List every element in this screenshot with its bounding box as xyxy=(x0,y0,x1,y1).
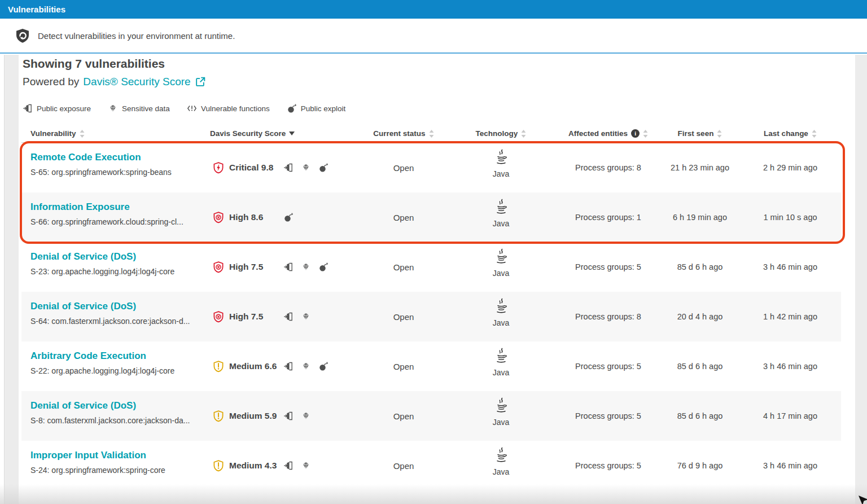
vulnerability-cell: Denial of Service (DoS) S-8: com.fasterx… xyxy=(21,391,208,441)
current-status-cell: Open xyxy=(361,143,446,192)
table-row[interactable]: Information Exposure S-66: org.springfra… xyxy=(21,192,841,242)
davis-security-score-cell: High 8.6 xyxy=(208,192,361,242)
code-icon xyxy=(187,103,197,113)
column-header-affected-entities[interactable]: Affected entities i xyxy=(556,129,660,138)
bomb-icon xyxy=(318,262,329,272)
sort-desc-icon xyxy=(289,132,295,135)
technology-cell: Java xyxy=(446,242,556,292)
legend-label: Vulnerable functions xyxy=(201,104,270,113)
column-header-last-change[interactable]: Last change xyxy=(739,129,841,138)
lightning-glyph xyxy=(217,164,220,171)
table-row[interactable]: Denial of Service (DoS) S-23: org.apache… xyxy=(21,242,841,292)
sort-icon xyxy=(643,130,648,138)
page-title: Vulnerabilities xyxy=(8,5,65,14)
last-change-cell: 3 h 46 min ago xyxy=(739,242,841,292)
vulnerability-component: S-64: com.fasterxml.jackson.core:jackson… xyxy=(30,317,208,326)
vulnerability-title-link[interactable]: Information Exposure xyxy=(30,201,208,213)
technology-cell: Java xyxy=(446,192,556,242)
column-header-davis-security-score[interactable]: Davis Security Score xyxy=(208,129,361,138)
risk-flag-icons xyxy=(283,461,311,471)
legend-label: Public exposure xyxy=(37,104,91,113)
exclamation-glyph xyxy=(218,413,219,419)
exclamation-glyph xyxy=(218,363,219,370)
java-icon xyxy=(493,397,510,417)
external-link-icon xyxy=(195,76,206,87)
vulnerability-title-link[interactable]: Denial of Service (DoS) xyxy=(30,301,208,312)
legend: Public exposure Sensitive data Vulnerabl… xyxy=(23,103,841,113)
column-header-technology[interactable]: Technology xyxy=(446,129,556,138)
table-row[interactable]: Arbitrary Code Execution S-22: org.apach… xyxy=(21,341,841,391)
vulnerability-component: S-65: org.springframework:spring-beans xyxy=(30,168,208,177)
technology-label: Java xyxy=(493,219,510,228)
door-icon xyxy=(283,163,294,173)
vulnerability-title-link[interactable]: Remote Code Execution xyxy=(30,152,208,163)
affected-entities-cell: Process groups: 5 xyxy=(556,341,660,391)
sort-icon xyxy=(717,130,722,138)
vulnerability-cell: Denial of Service (DoS) S-64: com.faster… xyxy=(21,292,208,341)
sort-icon xyxy=(80,130,85,138)
column-header-vulnerability[interactable]: Vulnerability xyxy=(21,129,208,138)
risk-flag-icons xyxy=(283,361,329,371)
severity-score-label: Critical 9.8 xyxy=(229,163,283,173)
right-gutter[interactable] xyxy=(855,55,867,504)
technology-cell: Java xyxy=(446,391,556,441)
sort-icon xyxy=(521,130,526,138)
bomb-icon xyxy=(318,163,329,173)
first-seen-cell: 6 h 19 min ago xyxy=(660,192,739,242)
table-row[interactable]: Denial of Service (DoS) S-8: com.fasterx… xyxy=(21,391,841,441)
technology-cell: Java xyxy=(446,143,556,192)
gem-icon xyxy=(301,312,311,322)
first-seen-cell: 85 d 6 h ago xyxy=(660,391,739,441)
last-change-cell: 3 h 46 min ago xyxy=(739,441,841,490)
powered-by-line: Powered by Davis® Security Score xyxy=(23,76,841,88)
technology-cell: Java xyxy=(446,292,556,341)
door-icon xyxy=(283,411,294,421)
vulnerability-title-link[interactable]: Denial of Service (DoS) xyxy=(30,251,208,262)
risk-flag-icons xyxy=(283,312,311,322)
severity-score-label: High 7.5 xyxy=(229,312,283,322)
first-seen-cell: 20 d 4 h ago xyxy=(660,292,739,341)
table-row[interactable]: Remote Code Execution S-65: org.springfr… xyxy=(21,143,841,192)
current-status-cell: Open xyxy=(361,292,446,341)
gem-icon xyxy=(301,411,311,421)
severity-shield-icon xyxy=(212,261,225,273)
java-icon xyxy=(493,199,510,218)
first-seen-cell: 76 d 9 h ago xyxy=(660,441,739,490)
legend-public-exposure: Public exposure xyxy=(23,103,91,113)
davis-security-score-cell: Medium 4.3 xyxy=(208,441,361,490)
column-header-first-seen[interactable]: First seen xyxy=(660,129,739,138)
davis-security-score-cell: Medium 5.9 xyxy=(208,391,361,441)
affected-entities-cell: Process groups: 1 xyxy=(556,192,660,242)
info-icon[interactable]: i xyxy=(631,129,640,138)
circle-x-glyph xyxy=(216,265,221,269)
java-icon xyxy=(493,447,510,466)
legend-label: Public exploit xyxy=(301,104,346,113)
java-icon xyxy=(493,149,510,168)
severity-shield-icon xyxy=(212,161,225,174)
davis-security-score-link[interactable]: Davis® Security Score xyxy=(83,76,205,88)
risk-flag-icons xyxy=(283,163,329,173)
vulnerability-title-link[interactable]: Improper Input Validation xyxy=(30,450,208,461)
door-icon xyxy=(283,262,294,272)
davis-security-score-label: Davis® Security Score xyxy=(83,76,190,88)
column-header-current-status[interactable]: Current status xyxy=(361,129,446,138)
severity-shield-icon xyxy=(212,360,225,372)
severity-score-label: Medium 5.9 xyxy=(229,411,283,421)
vulnerability-title-link[interactable]: Arbitrary Code Execution xyxy=(30,350,208,362)
door-icon xyxy=(283,461,294,471)
table-row[interactable]: Improper Input Validation S-24: org.spri… xyxy=(21,441,841,490)
vulnerability-title-link[interactable]: Denial of Service (DoS) xyxy=(30,400,208,411)
last-change-cell: 2 h 29 min ago xyxy=(739,143,841,192)
vulnerability-component: S-8: com.fasterxml.jackson.core:jackson-… xyxy=(30,416,208,425)
severity-shield-icon xyxy=(212,459,225,472)
vulnerability-component: S-23: org.apache.logging.log4j:log4j-cor… xyxy=(30,267,208,276)
last-change-cell: 1 h 42 min ago xyxy=(739,292,841,341)
technology-cell: Java xyxy=(446,341,556,391)
technology-cell: Java xyxy=(446,441,556,490)
table-row[interactable]: Denial of Service (DoS) S-64: com.faster… xyxy=(21,292,841,341)
banner-text: Detect vulnerabilities in your environme… xyxy=(38,31,235,41)
security-shield-icon xyxy=(15,28,30,43)
last-change-cell: 1 min 10 s ago xyxy=(739,192,841,242)
powered-by-prefix: Powered by xyxy=(23,76,79,88)
gem-icon xyxy=(301,361,311,371)
